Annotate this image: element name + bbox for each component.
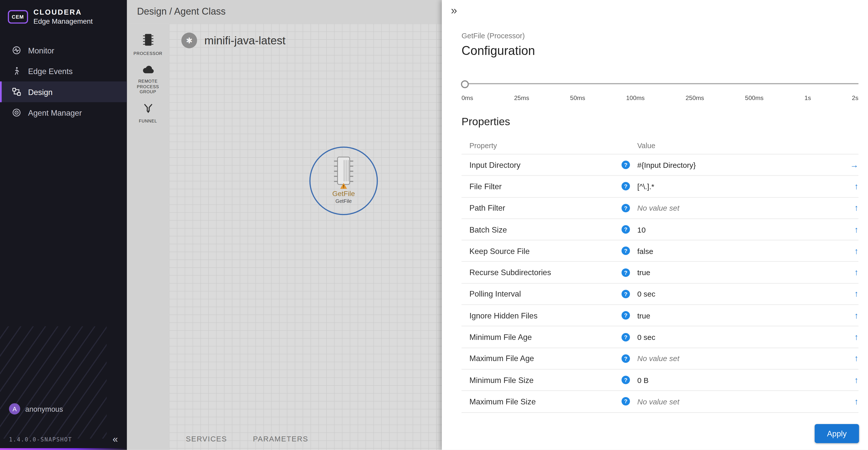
row-action-icon[interactable]: ↑ — [854, 310, 859, 320]
help-icon[interactable]: ? — [622, 397, 630, 406]
slider-handle[interactable] — [461, 80, 469, 88]
sidebar: CEM CLOUDERA Edge Management Monitor Edg… — [0, 0, 127, 450]
tool-label: FUNNEL — [139, 118, 157, 124]
property-name: Minimum File Size — [469, 376, 533, 385]
row-action-icon[interactable]: ↑ — [854, 181, 859, 191]
component-toolbar: PROCESSOR REMOTE PROCESS GROUP — [127, 24, 169, 450]
property-value[interactable]: 0 B — [637, 376, 649, 385]
property-value[interactable]: [^\.].* — [637, 182, 654, 191]
sidebar-item-label: Agent Manager — [28, 108, 82, 117]
sidebar-item-monitor[interactable]: Monitor — [0, 40, 127, 60]
row-action-icon[interactable]: ↑ — [854, 332, 859, 341]
column-property: Property — [469, 141, 497, 150]
processor-node-getfile[interactable]: GetFile GetFile — [309, 147, 378, 215]
help-icon[interactable]: ? — [622, 376, 630, 384]
help-icon[interactable]: ? — [622, 161, 630, 169]
properties-table: Property Value Input Directory ? #{Input… — [461, 137, 859, 413]
breadcrumb: Design / Agent Class — [137, 6, 226, 18]
sidebar-nav: Monitor Edge Events Design Agent Manager — [0, 40, 127, 123]
brand-name: CLOUDERA — [33, 8, 93, 16]
flow-title: ✱ minifi-java-latest — [181, 32, 285, 48]
product-name: Edge Management — [33, 18, 93, 25]
node-type: GetFile — [336, 198, 352, 204]
properties-heading: Properties — [442, 116, 868, 128]
tab-services[interactable]: SERVICES — [186, 435, 227, 443]
property-value[interactable]: No value set — [637, 398, 679, 406]
help-icon[interactable]: ? — [622, 290, 630, 298]
panel-collapse-icon[interactable]: » — [451, 4, 457, 16]
help-icon[interactable]: ? — [622, 247, 630, 255]
slider-tick-label: 50ms — [570, 94, 585, 101]
row-action-icon[interactable]: ↑ — [854, 224, 859, 234]
property-row: Input Directory ? #{Input Directory} → — [461, 154, 859, 176]
agent-manager-icon — [11, 108, 22, 118]
property-row: Minimum File Age ? 0 sec ↑ — [461, 327, 859, 348]
help-icon[interactable]: ? — [622, 225, 630, 234]
monitor-icon — [11, 45, 22, 55]
tab-parameters[interactable]: PARAMETERS — [253, 435, 308, 443]
tool-funnel[interactable]: FUNNEL — [130, 103, 166, 124]
help-icon[interactable]: ? — [622, 268, 630, 277]
row-action-icon[interactable]: → — [850, 160, 859, 169]
row-action-icon[interactable]: ↑ — [854, 246, 859, 256]
property-value[interactable]: false — [637, 247, 653, 255]
flow-canvas[interactable]: ✱ minifi-java-latest — [169, 24, 442, 450]
canvas-tabs: SERVICES PARAMETERS — [186, 435, 308, 443]
slider-tick-label: 1s — [805, 94, 811, 101]
sidebar-footer: A anonymous 1.4.0.0-SNAPSHOT « — [0, 403, 127, 450]
property-name: Ignore Hidden Files — [469, 311, 537, 320]
property-value[interactable]: true — [637, 311, 650, 320]
property-name: Keep Source File — [469, 246, 529, 256]
tool-processor[interactable]: PROCESSOR — [130, 32, 166, 56]
property-value[interactable]: #{Input Directory} — [637, 161, 696, 169]
property-row: Maximum File Size ? No value set ↑ — [461, 391, 859, 413]
property-row: Minimum File Size ? 0 B ↑ — [461, 370, 859, 391]
cloud-icon — [141, 64, 155, 76]
edge-events-icon — [11, 66, 22, 76]
user-name: anonymous — [25, 405, 63, 413]
chip-icon — [333, 155, 355, 186]
funnel-icon — [142, 103, 154, 116]
row-action-icon[interactable]: ↑ — [854, 203, 859, 212]
property-name: Polling Interval — [469, 290, 521, 299]
sidebar-collapse-icon[interactable]: « — [113, 435, 118, 445]
slider-tick-label: 2s — [852, 94, 859, 101]
design-icon — [11, 87, 22, 97]
sidebar-item-design[interactable]: Design — [0, 81, 127, 102]
property-row: Polling Interval ? 0 sec ↑ — [461, 283, 859, 305]
row-action-icon[interactable]: ↑ — [854, 354, 859, 363]
row-action-icon[interactable]: ↑ — [854, 289, 859, 299]
row-action-icon[interactable]: ↑ — [854, 396, 859, 406]
property-row: Path Filter ? No value set ↑ — [461, 198, 859, 219]
help-icon[interactable]: ? — [622, 204, 630, 212]
help-icon[interactable]: ? — [622, 311, 630, 320]
flow-name: minifi-java-latest — [204, 34, 285, 47]
property-value[interactable]: 10 — [637, 226, 646, 234]
user-row[interactable]: A anonymous — [9, 403, 118, 415]
property-value[interactable]: No value set — [637, 204, 679, 212]
run-duration-control: 0ms25ms50ms100ms250ms500ms1s2s — [442, 80, 868, 101]
property-name: Recurse Subdirectories — [469, 268, 551, 277]
property-name: Batch Size — [469, 225, 507, 234]
row-action-icon[interactable]: ↑ — [854, 375, 859, 385]
help-icon[interactable]: ? — [622, 333, 630, 341]
processor-icon — [142, 32, 154, 49]
sidebar-item-agent-manager[interactable]: Agent Manager — [0, 102, 127, 123]
sidebar-item-edge-events[interactable]: Edge Events — [0, 61, 127, 81]
tool-remote-process-group[interactable]: REMOTE PROCESS GROUP — [130, 64, 166, 95]
property-name: Input Directory — [469, 160, 520, 170]
property-value[interactable]: No value set — [637, 355, 679, 363]
avatar: A — [9, 403, 21, 415]
property-value[interactable]: 0 sec — [637, 333, 655, 341]
sidebar-item-label: Design — [28, 87, 52, 96]
property-row: Maximum File Age ? No value set ↑ — [461, 348, 859, 369]
run-duration-slider[interactable] — [461, 80, 859, 88]
help-icon[interactable]: ? — [622, 354, 630, 363]
apply-button[interactable]: Apply — [815, 424, 859, 444]
help-icon[interactable]: ? — [622, 182, 630, 190]
row-action-icon[interactable]: ↑ — [854, 267, 859, 277]
property-value[interactable]: 0 sec — [637, 290, 655, 298]
property-row: Recurse Subdirectories ? true ↑ — [461, 262, 859, 283]
slider-tick-label: 500ms — [745, 94, 764, 101]
property-value[interactable]: true — [637, 269, 650, 277]
